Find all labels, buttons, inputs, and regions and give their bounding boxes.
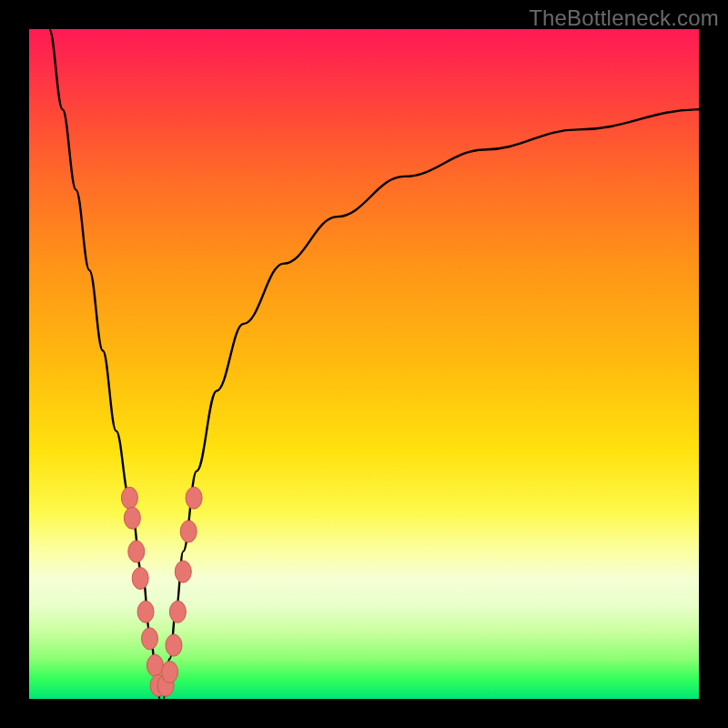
plot-area <box>29 29 699 699</box>
data-marker <box>137 601 154 622</box>
data-marker <box>166 634 182 656</box>
chart-frame: TheBottleneck.com <box>0 0 728 728</box>
data-marker <box>169 601 186 622</box>
data-marker <box>175 561 191 582</box>
data-marker <box>132 568 148 590</box>
data-marker <box>180 521 197 542</box>
watermark-text: TheBottleneck.com <box>529 5 719 31</box>
data-marker <box>121 487 137 509</box>
curves-svg <box>29 29 699 699</box>
data-marker <box>141 628 157 650</box>
left-branch-curve <box>49 29 159 699</box>
right-branch-curve <box>163 109 699 699</box>
data-marker <box>186 487 202 509</box>
data-marker <box>124 507 140 529</box>
curve-group <box>49 29 699 699</box>
data-marker <box>147 654 163 676</box>
data-marker <box>128 541 145 562</box>
data-marker <box>162 662 178 683</box>
